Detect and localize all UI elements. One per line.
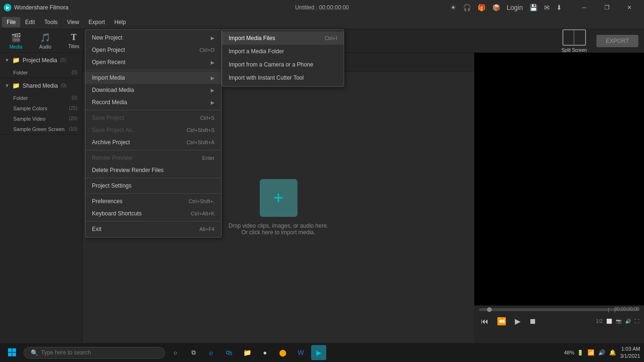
edge-icon[interactable]: e <box>204 345 219 360</box>
explorer-icon[interactable]: 📁 <box>239 345 255 360</box>
import-instant-cutter[interactable]: Import with Instant Cutter Tool <box>222 71 344 84</box>
exit-label: Exit <box>92 226 101 232</box>
slow-back-button[interactable]: ⏪ <box>495 315 508 328</box>
menu-file[interactable]: File <box>2 17 20 27</box>
save-icon[interactable]: 💾 <box>529 4 537 11</box>
sample-video-item[interactable]: Sample Video (20) <box>0 114 82 124</box>
menu-open-project[interactable]: Open Project Ctrl+O <box>85 44 221 56</box>
camera-icon[interactable]: 📷 <box>616 319 621 324</box>
tab-media[interactable]: 🎬 Media <box>6 31 26 51</box>
import-media-folder[interactable]: Import a Media Folder <box>222 45 344 58</box>
tab-audio[interactable]: 🎵 Audio <box>35 31 55 51</box>
gift-icon[interactable]: 🎁 <box>478 4 486 11</box>
shared-media-folder[interactable]: Folder (0) <box>0 93 82 103</box>
import-camera-phone[interactable]: Import from a Camera or a Phone <box>222 58 344 71</box>
render-preview-shortcut: Enter <box>202 155 215 161</box>
word-icon[interactable]: W <box>293 345 308 360</box>
sample-video-count: (20) <box>69 116 77 122</box>
sample-colors-label: Sample Colors <box>13 106 47 111</box>
menu-edit[interactable]: Edit <box>20 17 40 27</box>
import-media-button[interactable]: + <box>260 179 297 217</box>
menu-import-media[interactable]: Import Media ▶ <box>85 72 221 84</box>
minimize-button[interactable]: ─ <box>573 0 595 15</box>
shared-media-section: ▼ 📁 Shared Media (0) Folder (0) Sample C… <box>0 78 82 135</box>
export-area: EXPORT <box>596 35 638 47</box>
open-project-shortcut: Ctrl+O <box>199 47 215 53</box>
menu-project-settings[interactable]: Project Settings <box>85 180 221 192</box>
menu-record-media[interactable]: Record Media ▶ <box>85 96 221 108</box>
mail-icon[interactable]: ✉ <box>544 4 550 11</box>
network-icon[interactable]: 📶 <box>587 349 594 356</box>
notification-icon[interactable]: 🔔 <box>609 349 616 356</box>
project-media-folder[interactable]: Folder (0) <box>0 67 82 78</box>
import-instant-cutter-label: Import with Instant Cutter Tool <box>229 74 304 81</box>
menu-help[interactable]: Help <box>110 17 131 27</box>
separator-4 <box>85 178 221 178</box>
import-plus-icon: + <box>273 188 283 208</box>
headphones-icon[interactable]: 🎧 <box>463 4 471 11</box>
menu-download-media[interactable]: Download Media ▶ <box>85 84 221 96</box>
audio-icon: 🎵 <box>40 33 50 43</box>
menu-export[interactable]: Export <box>84 17 110 27</box>
restore-button[interactable]: ❐ <box>596 0 618 15</box>
menu-view[interactable]: View <box>62 17 84 27</box>
taskview-button[interactable]: ⧉ <box>186 345 201 360</box>
volume-taskbar-icon[interactable]: 🔊 <box>598 349 605 356</box>
menu-archive-project[interactable]: Archive Project Ctrl+Shift+A <box>85 136 221 148</box>
login-label[interactable]: Login <box>507 4 523 11</box>
menu-open-recent[interactable]: Open Recent ▶ <box>85 56 221 68</box>
stop-button[interactable]: ⏹ <box>527 315 538 328</box>
title-bar: ▶ Wondershare Filmora Untitled : 00:00:0… <box>0 0 644 15</box>
crop-icon[interactable]: ⬜ <box>606 319 612 324</box>
preview-slider[interactable]: { } 00:00:00:00 <box>479 308 639 311</box>
shared-media-count: (0) <box>61 83 66 88</box>
keyboard-shortcuts-label: Keyboard Shortcuts <box>92 210 141 217</box>
play-button[interactable]: ▶ <box>513 315 522 328</box>
project-media-header[interactable]: ▼ 📁 Project Media (0) <box>0 53 82 67</box>
shared-media-header[interactable]: ▼ 📁 Shared Media (0) <box>0 78 82 93</box>
menu-delete-preview[interactable]: Delete Preview Render Files <box>85 164 221 176</box>
menu-keyboard-shortcuts[interactable]: Keyboard Shortcuts Ctrl+Alt+K <box>85 207 221 220</box>
start-button[interactable] <box>4 344 21 361</box>
exit-shortcut: Alt+F4 <box>199 226 215 232</box>
menu-tools[interactable]: Tools <box>40 17 62 27</box>
chrome-canary-icon[interactable]: ⬤ <box>275 345 290 360</box>
shared-media-label: Shared Media <box>23 82 58 89</box>
sample-green-screen-item[interactable]: Sample Green Screen (10) <box>0 124 82 134</box>
import-media-files[interactable]: Import Media Files Ctrl+I <box>222 32 344 45</box>
filmora-taskbar-icon[interactable]: ▶ <box>311 345 326 360</box>
taskbar-search-input[interactable] <box>41 349 158 356</box>
menu-preferences[interactable]: Preferences Ctrl+Shift+, <box>85 195 221 207</box>
battery-area: 48% 🔋 <box>564 350 584 356</box>
file-dropdown-menu: New Project ▶ Open Project Ctrl+O Open R… <box>85 29 222 238</box>
split-screen-button[interactable]: Split Screen <box>561 29 587 53</box>
menu-new-project[interactable]: New Project ▶ <box>85 32 221 44</box>
svg-rect-0 <box>8 348 12 352</box>
svg-rect-2 <box>8 353 12 356</box>
export-button[interactable]: EXPORT <box>596 35 638 47</box>
close-button[interactable]: ✕ <box>619 0 640 15</box>
sample-green-screen-label: Sample Green Screen <box>13 126 65 132</box>
preview-time: 00:00:00:00 <box>614 306 639 312</box>
sun-icon[interactable]: ☀ <box>450 4 456 11</box>
prev-frame-back-button[interactable]: ⏮ <box>479 315 490 328</box>
sample-colors-item[interactable]: Sample Colors (25) <box>0 103 82 114</box>
search-bar-icon: 🔍 <box>31 349 38 356</box>
chrome-icon[interactable]: ● <box>257 345 272 360</box>
fraction-label: 1/2 <box>596 319 603 324</box>
store-icon[interactable]: 🛍 <box>222 345 237 360</box>
download-icon[interactable]: ⬇ <box>556 4 562 11</box>
tab-titles[interactable]: T Titles <box>65 31 83 51</box>
separator-2 <box>85 110 221 110</box>
volume-icon[interactable]: 🔊 <box>625 319 631 324</box>
fullscreen-icon[interactable]: ⛶ <box>635 319 639 324</box>
project-media-section: ▼ 📁 Project Media (0) Folder (0) <box>0 53 82 78</box>
import-camera-phone-label: Import from a Camera or a Phone <box>229 61 313 68</box>
cortana-button[interactable]: ○ <box>168 345 183 360</box>
menu-save-project: Save Project Ctrl+S <box>85 112 221 124</box>
import-media-label: Import Media <box>92 74 125 81</box>
menu-exit[interactable]: Exit Alt+F4 <box>85 223 221 235</box>
system-clock[interactable]: 1:03 AM 3/1/2021 <box>620 346 640 360</box>
box-icon[interactable]: 📦 <box>492 4 500 11</box>
save-project-as-label: Save Project As... <box>92 127 137 133</box>
